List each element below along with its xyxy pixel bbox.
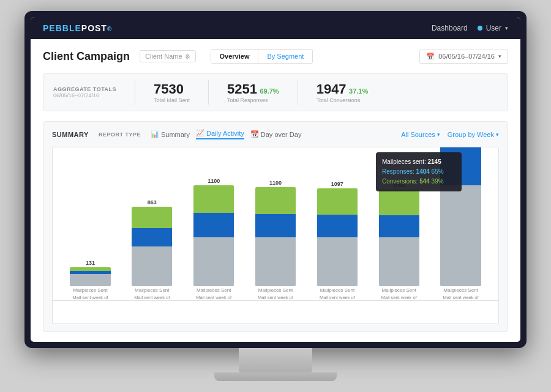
bar-segment-gray [440, 185, 481, 286]
bar-bottom-label: Mail sent week of [196, 295, 231, 300]
report-opt-day-over-day[interactable]: 📆 Day over Day [250, 130, 302, 138]
dashboard-link[interactable]: Dashboard [432, 24, 468, 32]
tab-by-segment[interactable]: By Segment [258, 50, 312, 63]
bar-sub-label: Mailpieces Sent [381, 287, 416, 293]
monitor-wrap: PEBBLEPOST® Dashboard User ▾ Client Camp… [24, 11, 527, 381]
client-name-label: Client Name [145, 53, 182, 60]
bar-segment-green [317, 188, 358, 215]
bar-segment-blue [379, 215, 419, 237]
calendar-icon: 📅 [426, 53, 435, 61]
aggregate-date: 06/05/16–07/24/16 [53, 92, 116, 98]
bar-bottom-label: Mail sent week of [72, 295, 108, 300]
tooltip-responses-label: Responses: [382, 168, 414, 175]
bar-sub-label: Mailpieces Sent [73, 287, 107, 293]
screen-inner: PEBBLEPOST® Dashboard User ▾ Client Camp… [31, 17, 520, 342]
agg-divider3 [298, 80, 298, 105]
total-responses-label: Total Responses [227, 97, 279, 103]
bar-segment-green [193, 185, 234, 213]
bar-total-label: 863 [148, 199, 157, 205]
bar-sub-label: Mailpieces Sent [258, 287, 293, 293]
total-conversions-pct: 37.1% [349, 87, 368, 95]
summary-right: All Sources ▾ Group by Week ▾ [401, 131, 499, 138]
total-conversions-label: Total Conversions [317, 97, 369, 103]
report-opt-dod-label: Day over Day [261, 131, 302, 138]
bar-group[interactable]: 131Mailpieces SentMail sent week of [61, 260, 119, 300]
agg-divider2 [208, 80, 209, 105]
tooltip-responses-pct: 65% [430, 168, 444, 175]
bar-segment-gray [193, 237, 234, 286]
bar-total-label: 1097 [331, 181, 343, 187]
top-nav: PEBBLEPOST® Dashboard User ▾ [31, 17, 520, 39]
header-row: Client Campaign Client Name ⚙ Overview B… [43, 49, 508, 64]
bar-segment-gray [317, 237, 358, 286]
user-dot [478, 26, 482, 31]
bar-segment-green [379, 190, 419, 215]
bar-segment-blue [132, 228, 172, 246]
summary-section: SUMMARY REPORT TYPE 📊 Summary 📈 Daily Ac… [43, 121, 508, 332]
summary-header: SUMMARY REPORT TYPE 📊 Summary 📈 Daily Ac… [52, 129, 499, 139]
report-opt-summary-label: Summary [161, 131, 190, 138]
bar-bottom-label: Mail sent week of [443, 295, 479, 300]
tooltip-responses-value: 1404 [416, 168, 430, 175]
bar-total-label: 131 [86, 260, 95, 266]
total-mail-number: 7530 [154, 81, 190, 97]
date-range[interactable]: 📅 06/05/16–07/24/16 ▾ [419, 50, 508, 64]
bar-sub-label: Mailpieces Sent [320, 287, 354, 293]
bar-chart-icon: 📊 [151, 130, 159, 138]
agg-label-block: AGGREGATE TOTALS 06/05/16–07/24/16 [53, 86, 116, 98]
campaign-title: Client Campaign [43, 50, 130, 63]
tooltip-responses: Responses: 1404 65% [382, 167, 455, 177]
bar-segment-gray [255, 237, 296, 286]
tooltip-mailpieces-label: Mailpieces sent: [382, 158, 426, 165]
report-opt-summary[interactable]: 📊 Summary [151, 130, 190, 138]
report-opt-daily-label: Daily Activity [206, 130, 244, 137]
bar-segment-blue [255, 214, 296, 237]
bar-stack [247, 187, 305, 286]
tab-group: Overview By Segment [211, 49, 313, 64]
aggregate-totals-label: AGGREGATE TOTALS [53, 86, 116, 92]
bar-group[interactable]: 1100Mailpieces SentMail sent week of [247, 180, 305, 300]
bar-stack [185, 185, 243, 286]
bar-sub-label: Mailpieces Sent [135, 287, 169, 293]
bar-group[interactable]: 1097Mailpieces SentMail sent week of [308, 181, 366, 300]
bar-stack [308, 188, 366, 286]
report-type-label: REPORT TYPE [99, 131, 141, 138]
summary-title: SUMMARY [52, 131, 89, 138]
bar-group[interactable]: 863Mailpieces SentMail sent week of [123, 199, 181, 300]
total-responses-line: 5251 69.7% [227, 81, 279, 97]
total-responses-pct: 69.7% [260, 87, 279, 95]
total-mail-label: Total Mail Sent [154, 97, 190, 103]
monitor-base [214, 372, 337, 381]
tooltip-conversions-value: 544 [419, 178, 430, 185]
client-name-button[interactable]: Client Name ⚙ [140, 50, 196, 62]
bar-group[interactable]: 1100Mailpieces SentMail sent week of [185, 178, 243, 300]
bar-total-label: 1100 [269, 180, 282, 186]
user-label: User [486, 24, 501, 32]
bar-segment-gray [379, 237, 419, 286]
monitor-screen: PEBBLEPOST® Dashboard User ▾ Client Camp… [24, 11, 527, 348]
tab-overview[interactable]: Overview [211, 50, 258, 63]
total-mail-stat: 7530 Total Mail Sent [154, 81, 190, 103]
chart-x-line [53, 300, 498, 301]
bar-group[interactable]: 1094Mailpieces SentMail sent week of [370, 182, 428, 300]
tooltip-conversions-label: Conversions: [382, 178, 418, 185]
chart-area: Mailpieces sent: 2145 Responses: 1404 65… [52, 147, 499, 324]
total-conversions-stat: 1947 37.1% Total Conversions [317, 81, 369, 103]
date-range-value: 06/05/16–07/24/16 [438, 53, 495, 60]
all-sources-filter[interactable]: All Sources ▾ [401, 131, 440, 138]
tooltip-conversions-pct: 39% [430, 178, 444, 185]
report-opt-daily[interactable]: 📈 Daily Activity [196, 129, 244, 139]
user-menu[interactable]: User ▾ [478, 24, 508, 32]
main-content: Client Campaign Client Name ⚙ Overview B… [31, 39, 520, 342]
bar-segment-green [132, 207, 172, 228]
monitor-stand [239, 348, 312, 372]
tooltip-conversions: Conversions: 544 39% [382, 177, 455, 187]
tooltip: Mailpieces sent: 2145 Responses: 1404 65… [376, 152, 462, 191]
bar-sub-label: Mailpieces Sent [197, 287, 231, 293]
total-responses-stat: 5251 69.7% Total Responses [227, 81, 279, 103]
gear-icon: ⚙ [185, 53, 190, 60]
bar-bottom-label: Mail sent week of [258, 295, 293, 300]
group-by-week-filter[interactable]: Group by Week ▾ [448, 131, 499, 138]
chevron-down-icon: ▾ [498, 53, 501, 59]
grid-chart-icon: 📆 [250, 130, 259, 138]
